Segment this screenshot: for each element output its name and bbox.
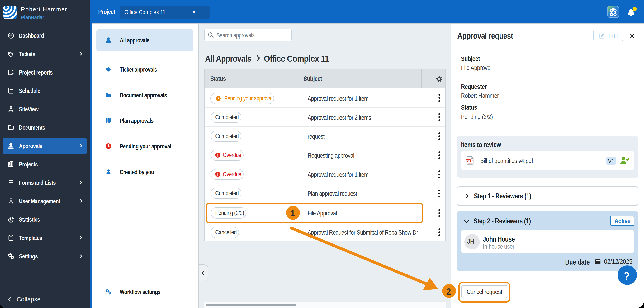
svg-text:PDF: PDF bbox=[466, 160, 471, 162]
